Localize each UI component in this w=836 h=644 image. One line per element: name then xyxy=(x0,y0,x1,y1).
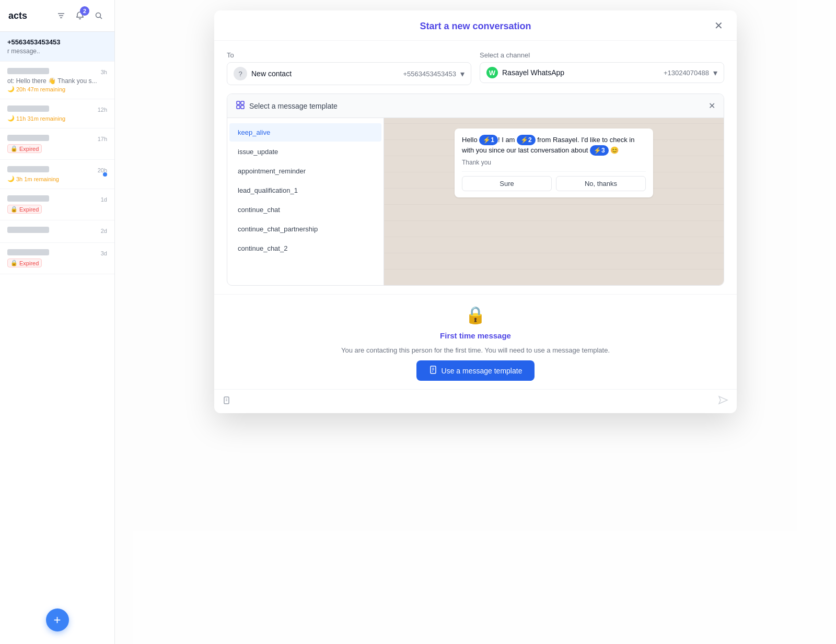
document-icon xyxy=(429,366,437,376)
contact-item[interactable]: 20h 🌙 3h 1m remaining xyxy=(0,160,114,189)
contact-preview: ot: Hello there 👋 Thank you s... xyxy=(7,77,107,85)
template-item-lead-qualification[interactable]: lead_qualification_1 xyxy=(229,181,381,200)
svg-point-3 xyxy=(96,13,101,18)
var-badge-3: ⚡3 xyxy=(590,145,609,156)
template-section: Select a message template ✕ keep_alive i… xyxy=(227,93,724,286)
message-buttons: Sure No, thanks xyxy=(462,171,646,191)
template-section-close-button[interactable]: ✕ xyxy=(709,101,715,111)
template-content: keep_alive issue_update appointment_remi… xyxy=(227,118,724,285)
first-message-title: First time message xyxy=(440,331,511,340)
sidebar: acts 2 xyxy=(0,0,115,644)
contact-avatar: ? xyxy=(234,67,247,80)
channel-label: Select a channel xyxy=(480,51,724,59)
whatsapp-icon: W xyxy=(486,67,498,78)
contact-name xyxy=(7,106,49,113)
contact-item[interactable]: +5563453453453 r message.. xyxy=(0,32,114,62)
contact-selector-phone: +5563453453453 xyxy=(403,70,456,78)
chevron-down-icon: ▾ xyxy=(460,69,465,79)
template-section-title: Select a message template xyxy=(236,100,338,111)
svg-rect-5 xyxy=(237,101,240,104)
template-item-issue-update[interactable]: issue_update xyxy=(229,143,381,161)
modal-title: Start a new conversation xyxy=(420,21,531,32)
first-message-desc: You are contacting this person for the f… xyxy=(341,346,610,354)
lock-icon: 🔒 xyxy=(465,305,486,325)
filter-icon[interactable] xyxy=(54,8,68,23)
contact-name xyxy=(7,227,49,235)
contact-time: 3d xyxy=(101,250,107,256)
channel-selector[interactable]: W Rasayel WhatsApp +13024070488 ▾ xyxy=(480,62,724,83)
new-conversation-modal: Start a new conversation ✕ To ? New cont… xyxy=(214,10,737,413)
bell-icon[interactable]: 2 xyxy=(73,8,87,23)
contact-name xyxy=(7,135,49,143)
contact-meta: 🌙 3h 1m remaining xyxy=(7,175,107,182)
svg-rect-7 xyxy=(237,106,240,109)
add-conversation-button[interactable]: + xyxy=(46,608,69,631)
contact-item[interactable]: 12h 🌙 11h 31m remaining xyxy=(0,99,114,128)
contact-time: 2d xyxy=(101,228,107,234)
chevron-down-icon: ▾ xyxy=(713,68,717,78)
to-field-group: To ? New contact +5563453453453 ▾ xyxy=(227,51,471,85)
template-item-continue-chat-partnership[interactable]: continue_chat_partnership xyxy=(229,220,381,238)
template-item-continue-chat-2[interactable]: continue_chat_2 xyxy=(229,239,381,257)
contact-name xyxy=(7,195,49,203)
attach-button[interactable] xyxy=(223,396,232,407)
contact-meta: 🔒 Expired xyxy=(7,259,107,267)
sidebar-header: acts 2 xyxy=(0,0,114,32)
unread-indicator xyxy=(103,172,107,177)
contact-meta: 🔒 Expired xyxy=(7,144,107,153)
sidebar-icons: 2 xyxy=(54,8,106,23)
contact-selector[interactable]: ? New contact +5563453453453 ▾ xyxy=(227,62,471,85)
contact-item[interactable]: 3d 🔒 Expired xyxy=(0,243,114,274)
contact-name: +5563453453453 xyxy=(7,38,61,46)
contact-name xyxy=(7,166,49,174)
svg-rect-6 xyxy=(241,101,244,104)
contact-time: 17h xyxy=(98,136,107,142)
svg-line-4 xyxy=(100,17,102,19)
modal-overlay: Start a new conversation ✕ To ? New cont… xyxy=(115,0,836,644)
message-footer: Thank you xyxy=(462,159,646,166)
channel-phone: +13024070488 xyxy=(664,69,709,77)
channel-name: Rasayel WhatsApp xyxy=(502,68,659,77)
modal-bottom: 🔒 First time message You are contacting … xyxy=(214,294,737,389)
contact-item[interactable]: 3h ot: Hello there 👋 Thank you s... 🌙 20… xyxy=(0,62,114,99)
template-list: keep_alive issue_update appointment_remi… xyxy=(227,118,384,285)
template-button-no-thanks: No, thanks xyxy=(556,176,646,191)
search-icon[interactable] xyxy=(91,8,106,23)
template-preview: Hello ⚡1! I am ⚡2 from Rasayel. I'd like… xyxy=(384,118,724,285)
message-text: Hello ⚡1! I am ⚡2 from Rasayel. I'd like… xyxy=(462,135,646,156)
template-item-keep-alive[interactable]: keep_alive xyxy=(229,123,381,142)
modal-footer-bar xyxy=(214,389,737,413)
template-section-header: Select a message template ✕ xyxy=(227,94,724,118)
contact-preview: r message.. xyxy=(7,48,107,55)
contact-item[interactable]: 17h 🔒 Expired xyxy=(0,128,114,160)
template-item-continue-chat[interactable]: continue_chat xyxy=(229,201,381,219)
message-bubble: Hello ⚡1! I am ⚡2 from Rasayel. I'd like… xyxy=(455,128,653,197)
use-template-button[interactable]: Use a message template xyxy=(416,360,535,381)
contact-list: +5563453453453 r message.. 3h ot: Hello … xyxy=(0,32,114,644)
contact-time: 12h xyxy=(98,107,107,113)
contact-meta: 🔒 Expired xyxy=(7,205,107,214)
modal-top-fields: To ? New contact +5563453453453 ▾ Select… xyxy=(214,41,737,93)
template-item-appointment-reminder[interactable]: appointment_reminder xyxy=(229,162,381,180)
template-button-sure: Sure xyxy=(462,176,552,191)
contact-time: 3h xyxy=(101,69,107,75)
to-label: To xyxy=(227,51,471,59)
send-button[interactable] xyxy=(718,395,728,408)
template-icon xyxy=(236,100,245,111)
contact-selector-name: New contact xyxy=(251,69,399,78)
modal-close-button[interactable]: ✕ xyxy=(711,18,726,33)
contact-meta: 🌙 11h 31m remaining xyxy=(7,115,107,122)
contact-item[interactable]: 2d xyxy=(0,220,114,243)
svg-rect-8 xyxy=(241,106,244,109)
notification-badge: 2 xyxy=(80,6,89,16)
contact-name xyxy=(7,68,49,76)
var-badge-1: ⚡1 xyxy=(479,135,498,145)
channel-field-group: Select a channel W Rasayel WhatsApp +130… xyxy=(480,51,724,85)
contact-time: 1d xyxy=(101,196,107,203)
contact-meta: 🌙 20h 47m remaining xyxy=(7,86,107,92)
var-badge-2: ⚡2 xyxy=(517,135,536,145)
use-template-label: Use a message template xyxy=(442,367,522,375)
sidebar-title: acts xyxy=(8,10,27,21)
contact-item[interactable]: 1d 🔒 Expired xyxy=(0,189,114,220)
modal-header: Start a new conversation ✕ xyxy=(214,10,737,41)
